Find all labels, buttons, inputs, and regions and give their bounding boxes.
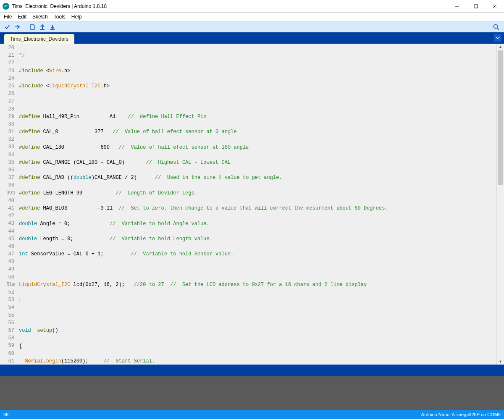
scroll-up-arrow[interactable]: ▲: [497, 44, 504, 50]
code-token: LiquidCrystal_I2C: [49, 83, 100, 89]
code-token: LiquidCrystal_I2C: [19, 282, 70, 288]
code-token: // Highest CAL - Lowest CAL: [146, 160, 231, 165]
code-token: .: [43, 358, 46, 364]
editor: 20 21 22 23 24 25 26 27 28 29 30 31 32 3…: [0, 44, 504, 365]
code-token: .h>: [61, 68, 71, 74]
window-title: Tims_Electronic_Deviders | Arduino 1.8.1…: [12, 3, 107, 9]
code-token: [19, 358, 25, 364]
code-token: )CAL_RANGE / 2): [92, 175, 155, 181]
code-token: #define: [19, 175, 40, 181]
code-token: <: [43, 68, 49, 74]
status-bar: 36 Arduino Nano, ATmega328P on COM9: [0, 410, 504, 419]
code-token: // Value of hall efect sensor at 0 angle: [113, 129, 236, 135]
toolbar: [0, 21, 504, 32]
upload-button[interactable]: [13, 22, 22, 32]
menu-file[interactable]: File: [1, 13, 15, 21]
code-token: double: [19, 236, 37, 242]
code-line: [19, 97, 496, 105]
scroll-thumb[interactable]: [498, 50, 503, 185]
code-token: #define: [19, 190, 40, 196]
code-token: Serial: [25, 358, 43, 364]
tab-menu-button[interactable]: [494, 34, 501, 42]
code-token: begin: [46, 358, 61, 364]
code-token: // Value of hall efect sensor at 180 ang…: [119, 144, 249, 150]
code-token: #define: [19, 160, 40, 165]
open-button[interactable]: [38, 22, 47, 32]
console[interactable]: [0, 376, 504, 410]
code-token: // Variable to hold Sensor value.: [131, 251, 234, 257]
maximize-button[interactable]: [466, 0, 485, 12]
status-board-info: Arduino Nano, ATmega328P on COM9: [421, 412, 501, 417]
code-token: // Start Serial.: [104, 358, 155, 364]
code-token: .h>: [100, 83, 110, 89]
menu-bar: File Edit Sketch Tools Help: [0, 13, 504, 21]
vertical-scrollbar[interactable]: ▲ ▼: [496, 44, 504, 365]
tab-bar: Tims_Electronic_Deviders: [0, 32, 504, 44]
minimize-button[interactable]: [447, 0, 466, 12]
code-token: Length = 0;: [37, 236, 110, 242]
status-line-number: 36: [3, 412, 8, 417]
code-token: CAL_180 690: [40, 144, 118, 150]
sketch-tab[interactable]: Tims_Electronic_Deviders: [4, 34, 74, 44]
code-token: MAG_BIOS -3.11: [40, 205, 118, 211]
code-token: #include: [19, 83, 43, 89]
menu-help[interactable]: Help: [68, 13, 85, 21]
code-token: // Used in the sine H value to get angle…: [155, 175, 282, 181]
code-token: #define: [19, 144, 40, 150]
save-button[interactable]: [48, 22, 57, 32]
code-token: #define: [19, 114, 40, 120]
text-cursor: [19, 297, 19, 303]
code-token: (115200);: [61, 358, 104, 364]
verify-button[interactable]: [3, 22, 12, 32]
code-token: // define Hall Effect Pin: [128, 114, 206, 120]
new-button[interactable]: [28, 22, 37, 32]
code-token: CAL_0 377: [40, 129, 113, 135]
code-area[interactable]: */ #include <Wire.h> #include <LiquidCry…: [17, 44, 496, 365]
app-icon: [3, 3, 9, 10]
title-bar: Tims_Electronic_Deviders | Arduino 1.8.1…: [0, 0, 504, 13]
serial-monitor-button[interactable]: [491, 22, 501, 32]
code-token: // Variable to hold Angle value.: [110, 221, 210, 227]
code-token: Wire: [49, 68, 61, 74]
svg-point-9: [494, 24, 497, 28]
code-token: (): [52, 328, 58, 333]
line-number-gutter: 20 21 22 23 24 25 26 27 28 29 30 31 32 3…: [0, 44, 17, 365]
close-button[interactable]: [485, 0, 504, 12]
code-token: <: [43, 83, 49, 89]
code-line: {: [19, 342, 496, 350]
svg-line-10: [497, 28, 499, 30]
message-bar: [0, 365, 504, 376]
code-token: #define: [19, 205, 40, 211]
code-token: double: [74, 175, 92, 181]
code-token: SensorValue = CAL_0 + 1;: [28, 251, 131, 257]
code-line: [19, 312, 496, 319]
code-token: lcd(0x27, 16, 2);: [70, 282, 134, 288]
code-token: Hall_49R_Pin A1: [40, 114, 128, 120]
menu-sketch[interactable]: Sketch: [29, 13, 51, 21]
code-token: int: [19, 251, 28, 257]
code-token: // Variable to hold Length value.: [110, 236, 213, 242]
code-token: setup: [37, 328, 52, 333]
code-token: */: [19, 52, 25, 58]
code-token: Angle = 0;: [37, 221, 110, 227]
code-token: void: [19, 328, 31, 333]
scroll-down-arrow[interactable]: ▼: [497, 359, 504, 365]
code-token: CAL_RAD ((: [40, 175, 73, 181]
code-token: #include: [19, 68, 43, 74]
menu-edit[interactable]: Edit: [15, 13, 29, 21]
code-token: [31, 328, 37, 333]
code-token: // Set to zero, then change to a value t…: [119, 205, 388, 211]
code-token: CAL_RANGE (CAL_180 - CAL_0): [40, 160, 146, 165]
code-line: [19, 266, 496, 273]
code-token: LEG_LENGTH 99: [40, 190, 116, 196]
code-token: double: [19, 221, 37, 227]
code-token: #define: [19, 129, 40, 135]
svg-rect-1: [474, 5, 478, 8]
menu-tools[interactable]: Tools: [51, 13, 68, 21]
code-token: // Length of Devider Legs.: [116, 190, 197, 196]
window-controls: [447, 0, 504, 12]
code-token: //20 to 27 // Set the LCD address to 0x2…: [134, 282, 367, 288]
